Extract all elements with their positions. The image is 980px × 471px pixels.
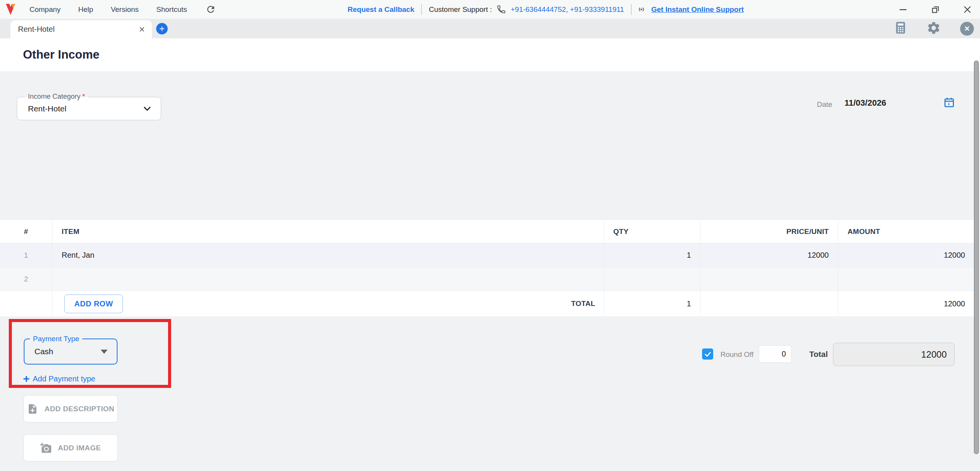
summary-total-label: Total: [809, 350, 828, 359]
income-category-label-text: Income Category: [28, 93, 80, 100]
customer-support-label: Customer Support :: [429, 5, 492, 14]
header-num: #: [0, 220, 52, 243]
total-amount: 12000: [838, 291, 974, 316]
round-off-label: Round Off: [720, 350, 753, 359]
header-item: ITEM: [52, 220, 604, 243]
menu-versions[interactable]: Versions: [111, 5, 139, 14]
divider: [421, 4, 422, 15]
menu-shortcuts[interactable]: Shortcuts: [156, 5, 187, 14]
minimize-icon[interactable]: [898, 5, 908, 15]
add-row-button[interactable]: ADD ROW: [64, 294, 123, 313]
vertical-scrollbar[interactable]: [974, 61, 979, 454]
header-amount: AMOUNT: [838, 220, 974, 243]
row-item-cell[interactable]: [52, 267, 604, 291]
required-asterisk: *: [82, 93, 85, 100]
title-band: Other Income: [0, 38, 980, 71]
row-price-cell[interactable]: [701, 267, 838, 291]
restore-icon[interactable]: [930, 5, 940, 15]
tab-bar: Rent-Hotel ✕ + ✕: [0, 19, 980, 38]
row-amount-cell[interactable]: 12000: [838, 244, 974, 267]
refresh-icon[interactable]: [206, 4, 216, 15]
table-header-row: # ITEM QTY PRICE/UNIT AMOUNT: [0, 219, 974, 244]
window-controls: [898, 0, 972, 19]
add-photo-icon: [40, 442, 52, 454]
row-amount-cell[interactable]: [838, 267, 974, 291]
add-description-label: ADD DESCRIPTION: [44, 405, 114, 413]
chevron-down-icon: [142, 103, 152, 114]
support-phone-numbers[interactable]: +91-6364444752, +91-9333911911: [511, 5, 624, 14]
summary-total-field: 12000: [833, 343, 955, 366]
phone-icon: [497, 5, 506, 14]
add-payment-type-text: Add Payment type: [33, 375, 95, 383]
items-table: # ITEM QTY PRICE/UNIT AMOUNT 1 Rent, Jan…: [0, 219, 974, 316]
header-qty: QTY: [604, 220, 701, 243]
calendar-icon[interactable]: [943, 96, 955, 110]
footer-item-cell: ADD ROW TOTAL: [52, 291, 604, 316]
total-price: [701, 291, 838, 316]
row-qty-cell[interactable]: [604, 267, 701, 291]
vyapar-logo-icon: [5, 3, 16, 15]
close-window-icon[interactable]: [962, 5, 972, 15]
payment-type-label: Payment Type: [30, 335, 82, 343]
tab-close-icon[interactable]: ✕: [139, 26, 145, 33]
tab-label: Rent-Hotel: [18, 25, 139, 34]
table-row[interactable]: 1 Rent, Jan 1 12000 12000: [0, 244, 974, 267]
row-num: 2: [0, 267, 52, 291]
payment-type-select[interactable]: Payment Type Cash: [24, 339, 118, 365]
header-price: PRICE/UNIT: [701, 220, 838, 243]
footer-empty: [0, 291, 52, 316]
check-icon: [704, 350, 712, 358]
round-off-input[interactable]: [759, 345, 792, 363]
row-num: 1: [0, 244, 52, 267]
income-category-select[interactable]: Income Category * Rent-Hotel: [17, 97, 161, 120]
online-support-link[interactable]: Get Instant Online Support: [651, 5, 744, 14]
payment-type-value: Cash: [34, 347, 101, 356]
total-qty: 1: [604, 291, 701, 316]
income-category-label: Income Category *: [25, 93, 88, 101]
table-total-row: ADD ROW TOTAL 1 12000: [0, 291, 974, 316]
dropdown-arrow-icon: [101, 350, 108, 354]
table-row[interactable]: 2: [0, 267, 974, 291]
new-tab-button[interactable]: +: [156, 23, 168, 34]
plus-icon: +: [23, 374, 30, 384]
add-image-label: ADD IMAGE: [58, 444, 101, 452]
add-image-button[interactable]: ADD IMAGE: [23, 434, 118, 461]
close-tab-circle-icon[interactable]: ✕: [960, 22, 974, 36]
request-callback-link[interactable]: Request a Callback: [348, 5, 414, 14]
note-add-icon: [27, 403, 38, 415]
date-label: Date: [817, 100, 832, 109]
date-value[interactable]: 11/03/2026: [844, 98, 886, 108]
row-item-cell[interactable]: Rent, Jan: [52, 244, 604, 267]
menu-bar: Company Help Versions Shortcuts Request …: [0, 0, 980, 19]
page-title: Other Income: [23, 48, 100, 62]
add-description-button[interactable]: ADD DESCRIPTION: [23, 395, 118, 422]
tab-bar-icons: ✕: [894, 19, 974, 38]
divider: [631, 4, 632, 15]
support-bar: Request a Callback Customer Support : +9…: [348, 0, 744, 19]
income-category-value: Rent-Hotel: [28, 104, 142, 113]
tab-rent-hotel[interactable]: Rent-Hotel ✕: [10, 20, 152, 38]
add-payment-type-link[interactable]: + Add Payment type: [23, 374, 95, 384]
round-off-checkbox[interactable]: [702, 348, 713, 360]
calculator-icon[interactable]: [894, 21, 907, 36]
broadcast-icon: [636, 4, 647, 15]
total-label: TOTAL: [571, 299, 595, 308]
row-price-cell[interactable]: 12000: [701, 244, 838, 267]
menu-company[interactable]: Company: [29, 5, 60, 14]
row-qty-cell[interactable]: 1: [604, 244, 701, 267]
settings-gear-icon[interactable]: [926, 21, 941, 37]
menu-help[interactable]: Help: [78, 5, 93, 14]
